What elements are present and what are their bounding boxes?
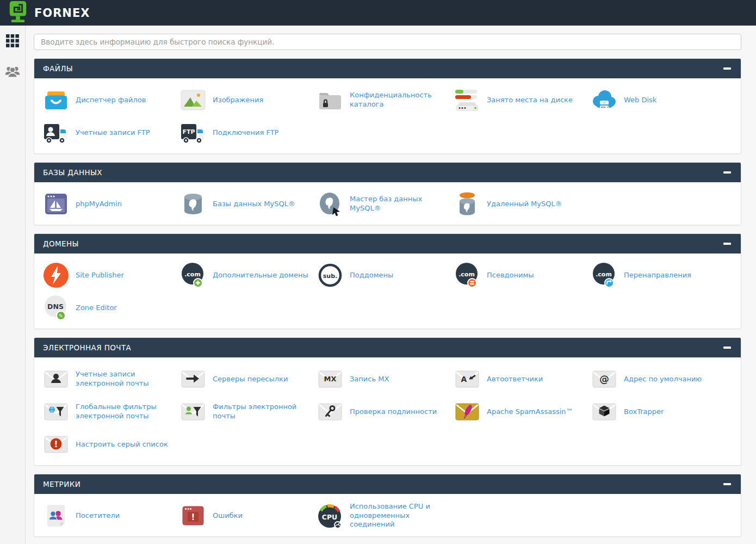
minus-icon [723, 483, 731, 485]
item-zone-editor[interactable]: DNS ✎ Zone Editor [43, 292, 180, 324]
feature-link[interactable]: Диспетчер файлов [76, 96, 146, 105]
feature-link[interactable]: Базы данных MySQL® [213, 200, 295, 209]
item-greylist[interactable]: ! Настроить серый список [43, 428, 180, 461]
section-files: ФАЙЛЫ Диспетчер файлов [34, 58, 741, 154]
collapse-section-button[interactable] [722, 239, 732, 248]
item-email-accounts[interactable]: Учетные записи электронной почты [43, 363, 180, 395]
collapse-section-button[interactable] [722, 480, 732, 489]
at-icon-text: @ [599, 373, 609, 385]
feature-link[interactable]: Серверы пересылки [213, 375, 288, 384]
feature-link[interactable]: Запись MX [350, 375, 389, 384]
section-title: ФАЙЛЫ [43, 64, 73, 73]
feature-link[interactable]: Адрес по умолчанию [624, 375, 702, 384]
directory-privacy-icon [317, 87, 343, 113]
aliases-icon-text: .com [458, 271, 475, 278]
ftp-icon-text: FTP [182, 128, 195, 135]
mysql-databases-icon [180, 191, 206, 217]
section-domains: ДОМЕНЫ Site Publisher [34, 233, 741, 329]
item-addon-domains[interactable]: .com Дополнительные домены [180, 259, 317, 292]
user-groups-icon[interactable] [5, 65, 20, 81]
feature-link[interactable]: Дополнительные домены [213, 271, 308, 280]
section-header-databases: БАЗЫ ДАННЫХ [34, 163, 741, 182]
item-site-publisher[interactable]: Site Publisher [43, 259, 180, 292]
feature-link[interactable]: Удаленный MySQL® [487, 200, 562, 209]
visitors-icon [43, 503, 69, 529]
feature-link[interactable]: Занято места на диске [487, 96, 573, 105]
ftp-connections-icon: FTP [180, 120, 206, 146]
feature-link[interactable]: Глобальные фильтры электронной почты [76, 403, 176, 421]
brand-name: FORNEX [34, 7, 90, 20]
item-errors[interactable]: ! Ошибки [180, 499, 317, 532]
feature-link[interactable]: Перенаправления [624, 271, 691, 280]
section-header-files: ФАЙЛЫ [34, 59, 741, 78]
zone-editor-icon: DNS ✎ [43, 295, 69, 321]
minus-icon [723, 347, 731, 349]
section-title: БАЗЫ ДАННЫХ [43, 168, 102, 177]
item-default-address[interactable]: @ Адрес по умолчанию [591, 363, 728, 395]
item-mysql-databases[interactable]: Базы данных MySQL® [180, 188, 317, 220]
item-ftp-accounts[interactable]: Учетные записи FTP [43, 116, 180, 149]
feature-link[interactable]: BoxTrapper [624, 407, 664, 417]
item-spamassassin[interactable]: Apache SpamAssassin™ [454, 395, 591, 428]
feature-link[interactable]: Apache SpamAssassin™ [487, 407, 573, 417]
section-header-email: ЭЛЕКТРОННАЯ ПОЧТА [34, 338, 741, 357]
left-sidebar [0, 26, 26, 544]
item-visitors[interactable]: Посетители [43, 499, 180, 532]
feature-link[interactable]: Мастер баз данных MySQL® [350, 195, 450, 213]
item-subdomains[interactable]: sub. Поддомены [317, 259, 454, 292]
item-global-email-filters[interactable]: Глобальные фильтры электронной почты [43, 395, 180, 428]
exclamation-icon-text: ! [54, 440, 58, 449]
section-databases: БАЗЫ ДАННЫХ phpMyAd [34, 162, 741, 225]
item-autoresponders[interactable]: A Автоответчики [454, 363, 591, 395]
section-body-databases: phpMyAdmin Базы данных MySQL® [34, 182, 741, 225]
collapse-section-button[interactable] [722, 64, 732, 73]
feature-link[interactable]: Автоответчики [487, 375, 543, 384]
feature-link[interactable]: Конфиденциальность каталога [350, 91, 450, 109]
feature-link[interactable]: Псевдонимы [487, 271, 534, 280]
feature-link[interactable]: Ошибки [213, 511, 243, 521]
collapse-section-button[interactable] [722, 343, 732, 352]
default-address-icon: @ [591, 366, 617, 392]
item-authentication[interactable]: Проверка подлинности [317, 395, 454, 428]
authentication-icon [317, 399, 343, 425]
item-mx-entry[interactable]: MX Запись MX [317, 363, 454, 395]
item-redirects[interactable]: .com Перенаправления [591, 259, 728, 292]
feature-link[interactable]: Фильтры электронной почты [213, 403, 313, 421]
addon-domains-icon: .com [180, 262, 206, 288]
cpu-usage-icon: CPU [317, 503, 343, 529]
feature-link[interactable]: Site Publisher [76, 271, 124, 280]
item-disk-usage[interactable]: Занято места на диске [454, 84, 591, 116]
apps-grid-icon[interactable] [6, 34, 19, 50]
feature-link[interactable]: Учетные записи FTP [76, 128, 150, 138]
feature-link[interactable]: Настроить серый список [76, 440, 168, 449]
phpmyadmin-icon [43, 191, 69, 217]
item-aliases[interactable]: .com Псевдонимы [454, 259, 591, 292]
collapse-section-button[interactable] [722, 168, 732, 177]
item-file-manager[interactable]: Диспетчер файлов [43, 84, 180, 116]
item-web-disk[interactable]: cP Web Disk [591, 84, 728, 116]
item-cpu-usage[interactable]: CPU Использование CPU и одновременных со… [317, 499, 454, 532]
item-ftp-connections[interactable]: FTP Подключения FTP [180, 116, 317, 149]
site-publisher-icon [43, 262, 69, 288]
feature-link[interactable]: Web Disk [624, 96, 656, 105]
item-remote-mysql[interactable]: Удаленный MySQL® [454, 188, 591, 220]
item-directory-privacy[interactable]: Конфиденциальность каталога [317, 84, 454, 116]
redirects-icon: .com [591, 262, 617, 288]
feature-link[interactable]: phpMyAdmin [76, 200, 122, 209]
item-mysql-wizard[interactable]: Мастер баз данных MySQL® [317, 188, 454, 220]
feature-link[interactable]: Проверка подлинности [350, 407, 437, 417]
file-manager-icon [43, 87, 69, 113]
feature-link[interactable]: Учетные записи электронной почты [76, 370, 176, 388]
item-email-filters[interactable]: Фильтры электронной почты [180, 395, 317, 428]
item-boxtrapper[interactable]: BoxTrapper [591, 395, 728, 428]
feature-link[interactable]: Использование CPU и одновременных соедин… [350, 502, 450, 530]
feature-link[interactable]: Поддомены [350, 271, 393, 280]
feature-link[interactable]: Изображения [213, 96, 263, 105]
feature-link[interactable]: Подключения FTP [213, 128, 278, 138]
search-input[interactable] [34, 34, 741, 50]
feature-link[interactable]: Zone Editor [76, 304, 117, 313]
item-images[interactable]: Изображения [180, 84, 317, 116]
feature-link[interactable]: Посетители [76, 511, 120, 521]
item-forwarders[interactable]: Серверы пересылки [180, 363, 317, 395]
item-phpmyadmin[interactable]: phpMyAdmin [43, 188, 180, 220]
